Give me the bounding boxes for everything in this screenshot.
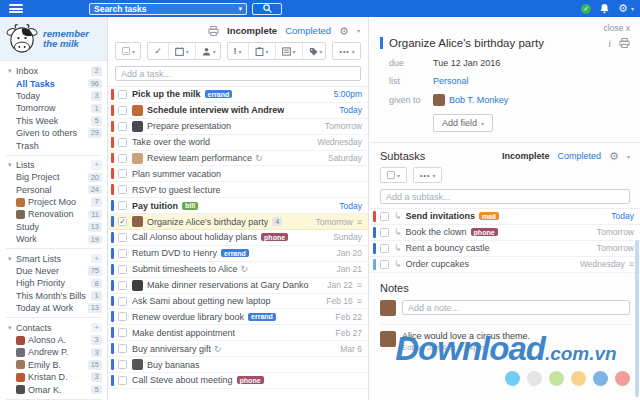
task-row[interactable]: Call Steve about meetingphone bbox=[108, 373, 368, 389]
sidebar-item-due-never[interactable]: Due Never75 bbox=[0, 265, 107, 277]
task-checkbox[interactable] bbox=[380, 228, 389, 237]
sidebar-item-tomorrow[interactable]: Tomorrow1 bbox=[0, 102, 107, 114]
task-row[interactable]: Submit timesheets to Alice↻Jan 21 bbox=[108, 262, 368, 278]
sidebar-section-lists[interactable]: ▾Lists+ bbox=[0, 159, 107, 171]
subtask-select-button[interactable]: ▾ bbox=[381, 168, 406, 182]
sidebar-item-project-moo[interactable]: Project Moo7 bbox=[0, 196, 107, 208]
tag-badge[interactable]: errand bbox=[248, 313, 276, 321]
task-checkbox[interactable] bbox=[118, 201, 127, 210]
bell-icon[interactable] bbox=[599, 3, 610, 14]
subtask-row[interactable]: ↳Rent a bouncy castleTomorrow bbox=[370, 241, 640, 257]
sidebar-item-work[interactable]: Work19 bbox=[0, 233, 107, 245]
tag-badge[interactable]: phone bbox=[471, 228, 498, 236]
task-row[interactable]: Take over the worldWednesday bbox=[108, 135, 368, 151]
close-detail-button[interactable]: close x bbox=[380, 23, 630, 33]
task-row[interactable]: Organize Alice's birthday party4Tomorrow… bbox=[108, 214, 368, 230]
print-task-icon[interactable] bbox=[619, 38, 630, 48]
priority-button[interactable]: !▾ bbox=[228, 43, 249, 59]
sidebar-section-inbox[interactable]: ▾Inbox2 bbox=[0, 65, 107, 77]
complete-button[interactable]: ✓ bbox=[148, 43, 169, 59]
settings-gear-icon[interactable]: ⚙ bbox=[618, 3, 628, 14]
task-checkbox[interactable] bbox=[118, 233, 127, 242]
field-given-to-value[interactable]: Bob T. Monkey bbox=[433, 94, 508, 106]
subtasks-tab-incomplete[interactable]: Incomplete bbox=[502, 151, 550, 161]
sidebar-item-high-priority[interactable]: High Priority8 bbox=[0, 277, 107, 289]
task-row[interactable]: Schedule interview with AndrewToday bbox=[108, 103, 368, 119]
select-all-button[interactable]: –▾ bbox=[116, 43, 141, 59]
task-checkbox[interactable] bbox=[380, 260, 389, 269]
move-to-list-button[interactable]: ▾ bbox=[276, 43, 303, 59]
tag-badge[interactable]: phone bbox=[237, 376, 264, 384]
note-item[interactable]: Alice would love a circus theme. Edited … bbox=[380, 324, 630, 352]
sidebar-item-study[interactable]: Study13 bbox=[0, 221, 107, 233]
task-row[interactable]: Make dentist appointmentFeb 27 bbox=[108, 325, 368, 341]
add-field-button[interactable]: Add field▾ bbox=[433, 114, 493, 132]
task-row[interactable]: RSVP to guest lecture bbox=[108, 182, 368, 198]
subtask-row[interactable]: ↳Order cupcakesWednesday≡ bbox=[370, 257, 640, 273]
task-row[interactable]: Pick up the milkerrand5:00pm bbox=[108, 87, 368, 103]
sidebar-item-big-project[interactable]: Big Project20 bbox=[0, 171, 107, 183]
sidebar-item-omar-k-[interactable]: Omar K.5 bbox=[0, 383, 107, 395]
task-checkbox[interactable] bbox=[118, 360, 127, 369]
task-checkbox[interactable] bbox=[380, 244, 389, 253]
task-checkbox[interactable] bbox=[118, 169, 127, 178]
task-checkbox[interactable] bbox=[118, 138, 127, 147]
search-button[interactable] bbox=[252, 3, 282, 15]
tag-badge[interactable]: errand bbox=[221, 249, 249, 257]
task-checkbox[interactable] bbox=[118, 376, 127, 385]
task-row[interactable]: Make dinner reservations at Gary DankoJa… bbox=[108, 278, 368, 294]
task-checkbox[interactable] bbox=[118, 122, 127, 131]
sidebar-item-kristan-d-[interactable]: Kristan D.3 bbox=[0, 371, 107, 383]
tag-badge[interactable]: errand bbox=[205, 90, 233, 98]
subtask-row[interactable]: ↳Send invitationsmailToday bbox=[370, 209, 640, 225]
tag-badge[interactable]: bill bbox=[182, 202, 198, 210]
print-icon[interactable] bbox=[208, 26, 219, 36]
task-row[interactable]: Buy anniversary gift↻Mar 6 bbox=[108, 341, 368, 357]
sidebar-item-emily-b-[interactable]: Emily B.15 bbox=[0, 359, 107, 371]
search-dropdown-caret-icon[interactable]: ▾ bbox=[238, 5, 242, 13]
task-row[interactable]: Ask Sami about getting new laptopFeb 16≡ bbox=[108, 294, 368, 310]
menu-icon[interactable] bbox=[9, 4, 23, 13]
task-checkbox[interactable] bbox=[118, 106, 127, 115]
task-checkbox[interactable] bbox=[118, 185, 127, 194]
sidebar-item-today-at-work[interactable]: Today at Work13 bbox=[0, 302, 107, 314]
info-icon[interactable]: i bbox=[608, 38, 611, 49]
subtasks-tab-completed[interactable]: Completed bbox=[558, 151, 602, 161]
task-row[interactable]: Buy bananas bbox=[108, 357, 368, 373]
search-input[interactable]: Search tasks ▾ bbox=[89, 3, 247, 15]
add-icon[interactable]: + bbox=[91, 323, 102, 333]
list-options-gear-icon[interactable]: ⚙ bbox=[339, 26, 349, 36]
app-logo[interactable]: remember the milk bbox=[0, 17, 107, 61]
sidebar-item-andrew-p-[interactable]: Andrew P.3 bbox=[0, 346, 107, 358]
section-collapse-icon[interactable]: ▾ bbox=[8, 255, 16, 263]
task-checkbox[interactable] bbox=[118, 312, 127, 321]
section-collapse-icon[interactable]: ▾ bbox=[8, 161, 16, 169]
sync-status-icon[interactable]: ✓ bbox=[581, 4, 591, 14]
sidebar-item-personal[interactable]: Personal24 bbox=[0, 184, 107, 196]
task-checkbox[interactable] bbox=[118, 154, 127, 163]
subtask-row[interactable]: ↳Book the clownphoneTomorrow bbox=[370, 225, 640, 241]
task-row[interactable]: Renew overdue library bookerrandFeb 22 bbox=[108, 309, 368, 325]
task-checkbox[interactable] bbox=[118, 281, 127, 290]
add-icon[interactable]: + bbox=[91, 160, 102, 170]
add-note-input[interactable] bbox=[402, 300, 630, 315]
more-actions-button[interactable]: •••▾ bbox=[333, 43, 360, 59]
add-icon[interactable]: + bbox=[91, 254, 102, 264]
task-row[interactable]: Prepare presentationTomorrow bbox=[108, 119, 368, 135]
tag-button[interactable]: ▾ bbox=[303, 43, 327, 59]
field-list-value[interactable]: Personal bbox=[433, 76, 469, 86]
assign-button[interactable]: ▾ bbox=[196, 43, 221, 59]
field-due-value[interactable]: Tue 12 Jan 2016 bbox=[433, 58, 500, 68]
task-row[interactable]: Review team performance↻Saturday bbox=[108, 151, 368, 167]
tag-badge[interactable]: phone bbox=[261, 233, 288, 241]
task-row[interactable]: Pay tuitionbillToday bbox=[108, 198, 368, 214]
task-checkbox[interactable] bbox=[118, 249, 127, 258]
postpone-button[interactable]: ▾ bbox=[249, 43, 276, 59]
sidebar-item-today[interactable]: Today3 bbox=[0, 90, 107, 102]
sidebar-item-this-week[interactable]: This Week5 bbox=[0, 115, 107, 127]
add-task-input[interactable] bbox=[115, 66, 361, 81]
sidebar-section-smart-lists[interactable]: ▾Smart Lists+ bbox=[0, 252, 107, 264]
subtasks-gear-icon[interactable]: ⚙ bbox=[609, 151, 619, 161]
tab-completed[interactable]: Completed bbox=[285, 25, 331, 36]
section-collapse-icon[interactable]: ▾ bbox=[8, 324, 16, 332]
